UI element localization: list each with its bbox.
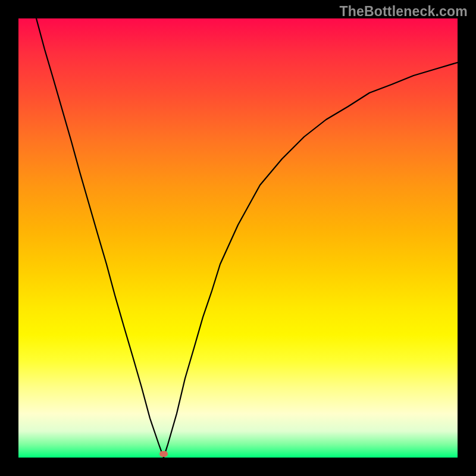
watermark-text: TheBottleneck.com <box>339 4 468 20</box>
plot-area <box>18 18 458 458</box>
bottleneck-curve <box>18 18 458 458</box>
optimum-marker <box>159 451 168 457</box>
chart-frame: TheBottleneck.com <box>0 0 476 476</box>
curve-path <box>36 18 458 458</box>
